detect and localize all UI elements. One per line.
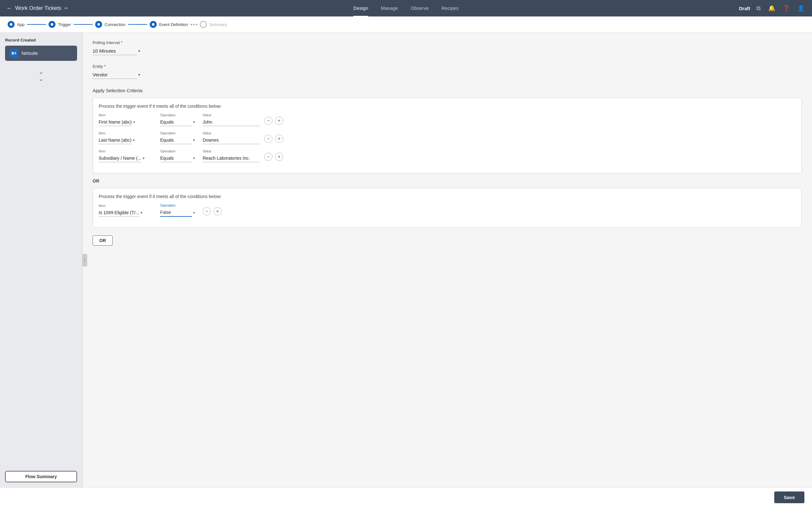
condition-row-2: Item Last Name (abc) ▾ Operation Eq	[99, 131, 796, 144]
condition-1-val-input[interactable]	[203, 118, 260, 126]
condition-3-item-select[interactable]: Subsidiary / Name (...	[99, 154, 142, 162]
step-circle-app	[8, 21, 14, 28]
condition-4-remove-btn[interactable]: −	[203, 207, 211, 216]
condition-3-op-field: Operation Equals ▾	[160, 149, 198, 162]
condition-1-add-btn[interactable]: +	[275, 117, 283, 125]
selection-criteria-group: Apply Selection Criteria: Process the tr…	[93, 88, 802, 245]
step-app[interactable]: App	[8, 21, 24, 28]
condition-1-op-select[interactable]: Equals	[160, 118, 192, 126]
condition-row-4: Item Is 1099 Eligible (T/... ▾ Operation	[99, 204, 796, 217]
condition-4-item-field: Item Is 1099 Eligible (T/... ▾	[99, 204, 156, 217]
app-title: Work Order Tickets	[15, 5, 61, 11]
nav-tabs: Design Manage Observe Recipes	[206, 0, 606, 16]
selection-criteria-title: Apply Selection Criteria:	[93, 88, 802, 93]
condition-3-val-field: Value	[203, 149, 260, 162]
step-circle-connection	[95, 21, 102, 28]
svg-point-1	[51, 23, 53, 26]
bell-icon[interactable]: 🔔	[767, 3, 776, 13]
draft-badge: Draft	[739, 6, 750, 11]
connector-1	[27, 24, 46, 25]
sidebar-section: Record Created Netsuite	[0, 33, 82, 66]
entity-arrow: ▾	[138, 72, 140, 77]
sidebar-collapse-tab[interactable]: ‹	[82, 254, 87, 267]
condition-1-item-select[interactable]: First Name (abc)	[99, 118, 132, 126]
entity-select-wrapper: Vendor Customer Employee ▾	[93, 71, 802, 79]
step-connection[interactable]: Connection	[95, 21, 125, 28]
condition-1-actions: − +	[264, 117, 283, 126]
step-label-summary: Summary	[209, 22, 227, 27]
condition-2-remove-btn[interactable]: −	[264, 135, 272, 143]
tab-design[interactable]: Design	[353, 0, 368, 16]
polling-interval-label: Polling Interval *	[93, 40, 802, 45]
condition-2-item-label: Item	[99, 131, 156, 135]
condition-4-add-btn[interactable]: +	[213, 207, 222, 216]
step-label-connection: Connection	[105, 22, 125, 27]
nav-right: Draft ⧉ 🔔 ❓ 👤	[606, 3, 806, 13]
or-add-button[interactable]: OR	[93, 235, 113, 245]
connector-3	[128, 24, 147, 25]
conditions-box-2: Process the trigger event if it meets al…	[93, 188, 802, 228]
condition-2-op-select[interactable]: Equals	[160, 136, 192, 144]
condition-2-add-btn[interactable]: +	[275, 135, 283, 143]
external-link-icon[interactable]: ⧉	[755, 4, 762, 13]
condition-2-val-field: Value	[203, 131, 260, 144]
sidebar: Record Created Netsuite ⌄⌄ Flow Summary …	[0, 33, 83, 487]
step-label-app: App	[17, 22, 24, 27]
tab-recipes[interactable]: Recipes	[442, 0, 459, 16]
nav-left: ← Work Order Tickets ✏	[6, 5, 206, 12]
condition-4-op-select[interactable]: False True	[160, 209, 192, 217]
condition-2-val-input[interactable]	[203, 136, 260, 144]
dot-3	[196, 24, 197, 25]
condition-1-item-arrow: ▾	[133, 120, 135, 124]
condition-2-item-select[interactable]: Last Name (abc)	[99, 136, 132, 144]
polling-interval-arrow: ▾	[138, 49, 140, 53]
condition-2-actions: − +	[264, 135, 283, 144]
condition-3-item-label: Item	[99, 149, 156, 153]
condition-4-item-select[interactable]: Is 1099 Eligible (T/...	[99, 209, 139, 217]
save-button[interactable]: Save	[774, 492, 804, 503]
help-icon[interactable]: ❓	[781, 3, 791, 13]
top-nav: ← Work Order Tickets ✏ Design Manage Obs…	[0, 0, 812, 16]
condition-2-item-arrow: ▾	[133, 138, 135, 142]
connector-2	[73, 24, 93, 25]
condition-1-remove-btn[interactable]: −	[264, 117, 272, 125]
condition-2-op-field: Operation Equals ▾	[160, 131, 198, 144]
condition-2-op-arrow: ▾	[193, 138, 195, 142]
condition-4-actions: − +	[203, 207, 222, 217]
condition-3-op-select[interactable]: Equals	[160, 154, 192, 162]
svg-point-3	[152, 23, 154, 26]
sidebar-expand-button[interactable]: ⌄⌄	[0, 66, 82, 85]
flow-summary-button[interactable]: Flow Summary	[5, 471, 77, 482]
sidebar-netsuite-card[interactable]: Netsuite	[5, 46, 77, 61]
right-panel: Polling Interval * 10 Minutes 5 Minutes …	[83, 33, 812, 487]
condition-4-item-arrow: ▾	[141, 211, 142, 215]
dot-2	[193, 24, 195, 25]
entity-select[interactable]: Vendor Customer Employee	[93, 71, 137, 79]
condition-row-3: Item Subsidiary / Name (... ▾ Operation	[99, 149, 796, 162]
edit-title-icon[interactable]: ✏	[64, 6, 68, 11]
step-label-trigger: Trigger	[58, 22, 71, 27]
step-trigger[interactable]: Trigger	[49, 21, 71, 28]
svg-rect-4	[12, 52, 14, 55]
step-circle-summary	[200, 21, 207, 28]
conditions-box-1: Process the trigger event if it meets al…	[93, 98, 802, 173]
condition-3-remove-btn[interactable]: −	[264, 153, 272, 161]
condition-4-op-field: Operation False True ▾	[160, 204, 198, 217]
condition-1-op-label: Operation	[160, 113, 198, 117]
step-event-definition[interactable]: Event Definition	[150, 21, 188, 28]
condition-3-add-btn[interactable]: +	[275, 153, 283, 161]
step-summary[interactable]: Summary	[200, 21, 227, 28]
polling-interval-select[interactable]: 10 Minutes 5 Minutes 15 Minutes 30 Minut…	[93, 47, 137, 55]
back-button[interactable]: ←	[6, 5, 12, 12]
tab-observe[interactable]: Observe	[411, 0, 429, 16]
svg-point-2	[97, 23, 100, 26]
conditions-subtitle-1: Process the trigger event if it meets al…	[99, 104, 796, 109]
condition-3-val-input[interactable]	[203, 154, 260, 162]
user-icon[interactable]: 👤	[796, 3, 806, 13]
tab-manage[interactable]: Manage	[381, 0, 398, 16]
step-dots	[191, 24, 197, 25]
condition-2-item-field: Item Last Name (abc) ▾	[99, 131, 156, 144]
polling-interval-select-wrapper: 10 Minutes 5 Minutes 15 Minutes 30 Minut…	[93, 47, 802, 55]
or-separator-label: OR	[93, 178, 802, 183]
condition-row-1: Item First Name (abc) ▾ Operation E	[99, 113, 796, 126]
